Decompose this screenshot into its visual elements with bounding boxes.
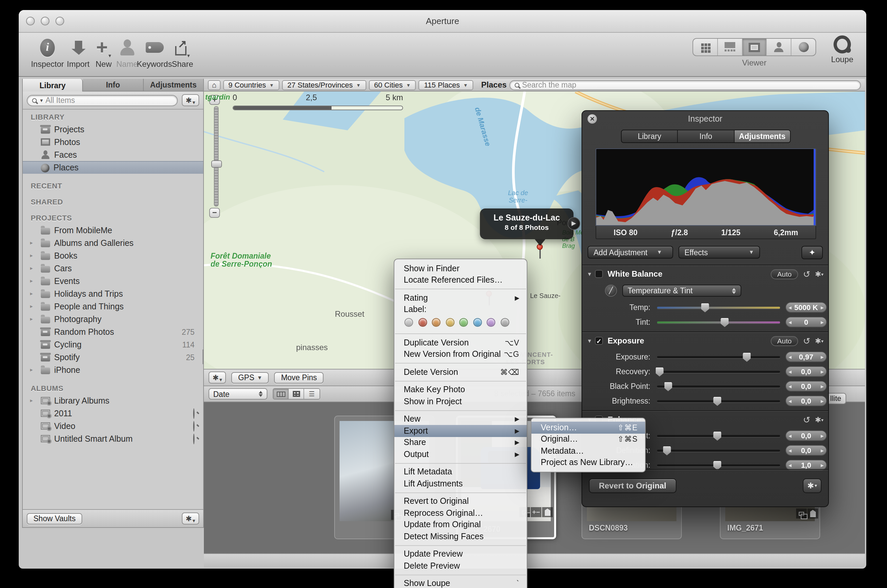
sidebar-search-action-button[interactable]: ✱▾ (182, 94, 199, 106)
view-grid-segment[interactable] (693, 39, 718, 56)
submenu-item-export-original[interactable]: Original…⇧⌘S (531, 434, 645, 445)
disclosure-triangle-icon[interactable]: ▸ (30, 240, 33, 246)
share-button[interactable]: ▾ Share (161, 36, 204, 69)
sidebar-item-albums-and-galleries[interactable]: ▸ Albums and Galleries (23, 237, 203, 249)
sidebar-item-books[interactable]: ▸ Books (23, 249, 203, 262)
white-balance-eyedropper-button[interactable]: ╱ (605, 285, 617, 297)
submenu-item-export-version[interactable]: Version…⇧⌘E (531, 422, 645, 434)
sidebar-item-library-albums[interactable]: ▸ Library Albums (23, 394, 203, 407)
label-color-none[interactable] (404, 318, 413, 327)
menu-item-lift-metadata[interactable]: Lift Metadata (395, 466, 527, 478)
sidebar-item-untitled-smart-album[interactable]: Untitled Smart Album (23, 432, 203, 445)
move-pins-button[interactable]: Move Pins (275, 372, 324, 383)
menu-item-show-in-finder[interactable]: Show in Finder (395, 262, 527, 274)
disclosure-triangle-icon[interactable]: ▸ (30, 278, 33, 284)
list-view-button[interactable]: ☰ (304, 389, 320, 399)
white-balance-gear-icon[interactable]: ✱▾ (815, 270, 824, 278)
sidebar-item-cars[interactable]: ▸ Cars (23, 262, 203, 274)
loupe-button[interactable]: Loupe (825, 35, 860, 64)
sidebar-item-2011[interactable]: 2011 (23, 407, 203, 420)
map-action-gear-button[interactable]: ✱▾ (209, 372, 226, 384)
white-balance-mode-dropdown[interactable]: Temperature & Tint (622, 285, 741, 297)
temp-slider[interactable] (657, 306, 780, 309)
view-viewer-segment[interactable] (742, 39, 767, 56)
menu-item-locate-referenced-files[interactable]: Locate Referenced Files… (395, 274, 527, 286)
menu-item-rating[interactable]: Rating▶ (395, 292, 527, 304)
menu-item-new-version-from-original[interactable]: New Version from Original⌥G (395, 348, 527, 360)
exposure-auto-button[interactable]: Auto (771, 336, 798, 346)
exposure-slider[interactable] (657, 356, 780, 358)
label-color-purple[interactable] (486, 318, 495, 327)
menu-item-make-key-photo[interactable]: Make Key Photo (395, 384, 527, 396)
label-color-red[interactable] (418, 318, 427, 327)
breadcrumb-places[interactable]: 115 Places▼ (419, 80, 473, 90)
effects-dropdown[interactable]: Effects▼ (678, 246, 760, 259)
grid-view-button[interactable] (289, 389, 304, 399)
menu-item-output[interactable]: Output▶ (395, 448, 527, 460)
menu-item-show-in-project[interactable]: Show in Project (395, 396, 527, 407)
tab-library[interactable]: Library (23, 79, 83, 92)
tint-slider[interactable] (657, 321, 780, 323)
menu-item-revert-to-original[interactable]: Revert to Original (395, 495, 527, 507)
submenu-item-project-as-new-library[interactable]: Project as New Library… (531, 457, 645, 468)
tab-adjustments[interactable]: Adjustments (143, 79, 203, 92)
menu-item-reprocess-original[interactable]: Reprocess Original… (395, 507, 527, 519)
disclosure-triangle-icon[interactable]: ▸ (30, 316, 33, 322)
sidebar-item-video[interactable]: Video (23, 420, 203, 432)
sidebar-item-people-and-things[interactable]: ▸ People and Things (23, 300, 203, 313)
disclosure-triangle-icon[interactable]: ▸ (30, 265, 33, 271)
view-split-segment[interactable] (718, 39, 743, 56)
black-point-value-stepper[interactable]: ◂0,0▸ (785, 381, 827, 392)
sidebar-item-cycling[interactable]: Cycling 114 (23, 338, 203, 351)
sidebar-item-from-mobileme[interactable]: From MobileMe (23, 224, 203, 237)
recovery-slider[interactable] (657, 370, 780, 373)
map-search-input[interactable] (522, 81, 855, 89)
add-adjustment-dropdown[interactable]: Add Adjustment▼ (588, 246, 673, 259)
inspector-gear-button[interactable]: ✱▾ (803, 478, 821, 493)
menu-item-delete-preview[interactable]: Delete Preview (395, 560, 527, 572)
exposure-value-stepper[interactable]: ◂0,97▸ (785, 351, 827, 362)
label-color-orange[interactable] (432, 318, 440, 327)
tint-value-stepper[interactable]: ◂0▸ (785, 317, 827, 327)
definition-value-stepper[interactable]: ◂0,0▸ (785, 445, 827, 456)
white-balance-reset-icon[interactable]: ↺ (803, 269, 810, 279)
zoom-in-button[interactable]: + (209, 95, 220, 105)
brightness-value-stepper[interactable]: ◂0,0▸ (785, 396, 827, 406)
disclosure-triangle-icon[interactable]: ▸ (30, 291, 33, 297)
menu-item-lift-adjustments[interactable]: Lift Adjustments (395, 478, 527, 489)
sort-order-dropdown[interactable]: Date (209, 388, 267, 400)
sidebar-item-spotify[interactable]: Spotify 25 (23, 351, 203, 363)
view-faces-segment[interactable] (767, 39, 792, 56)
sidebar-item-events[interactable]: ▸ Events (23, 274, 203, 287)
disclosure-triangle-icon[interactable]: ▼ (587, 338, 595, 344)
menu-item-export[interactable]: Export▶ (395, 425, 527, 436)
brightness-slider[interactable] (657, 400, 780, 402)
inspector-tab-adjustments[interactable]: Adjustments (734, 130, 790, 142)
sidebar-item-iphone[interactable]: ▸ iPhone (23, 363, 203, 376)
zoom-slider-thumb[interactable] (211, 160, 222, 168)
enhance-gear-icon[interactable]: ✱▾ (815, 415, 824, 424)
tab-info[interactable]: Info (83, 79, 144, 92)
menu-item-duplicate-version[interactable]: Duplicate Version⌥V (395, 337, 527, 348)
breadcrumb-countries[interactable]: 9 Countries▼ (223, 80, 279, 90)
auto-enhance-wand-button[interactable]: ✦ (801, 246, 823, 259)
label-color-yellow[interactable] (446, 318, 454, 327)
disclosure-triangle-icon[interactable]: ▼ (587, 271, 595, 277)
breadcrumb-home-button[interactable]: ⌂ (208, 80, 220, 90)
temp-value-stepper[interactable]: ◂5000 K▸ (785, 302, 827, 313)
view-places-segment[interactable] (791, 39, 815, 56)
sidebar-item-faces[interactable]: Faces (23, 148, 203, 161)
menu-item-update-preview[interactable]: Update Preview (395, 548, 527, 560)
title-bar[interactable]: Aperture (19, 10, 866, 33)
label-color-green[interactable] (459, 318, 468, 327)
callout-show-photos-button[interactable]: ▶ (567, 217, 580, 230)
black-point-slider[interactable] (657, 385, 780, 387)
menu-item-new[interactable]: New▶ (395, 413, 527, 425)
menu-item-update-from-original[interactable]: Update from Original (395, 519, 527, 531)
menu-item-share[interactable]: Share▶ (395, 436, 527, 448)
exposure-reset-icon[interactable]: ↺ (803, 336, 810, 346)
breadcrumb-cities[interactable]: 60 Cities▼ (369, 80, 416, 90)
sidebar-item-photography[interactable]: ▸ Photography (23, 313, 203, 326)
label-color-gray[interactable] (500, 318, 509, 327)
library-search-field[interactable]: ▾ (27, 94, 178, 106)
